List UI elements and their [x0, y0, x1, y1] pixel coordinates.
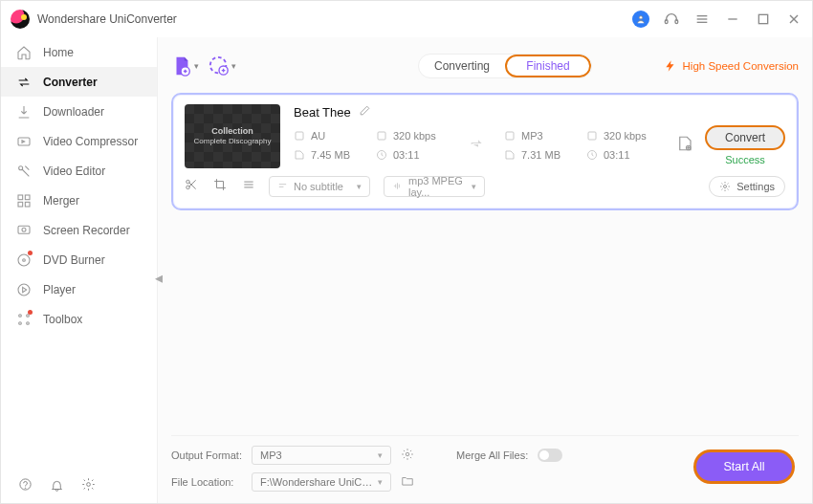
window-minimize[interactable]	[724, 11, 741, 28]
svg-rect-35	[588, 132, 596, 140]
chevron-down-icon: ▾	[231, 61, 236, 71]
svg-rect-15	[25, 202, 30, 207]
edit-title-icon[interactable]	[359, 104, 371, 120]
status-tabs: Converting Finished	[418, 54, 592, 78]
svg-point-24	[27, 321, 30, 324]
svg-rect-1	[665, 20, 668, 24]
target-stats: MP3 320 kbps 7.31 MB 03:11	[504, 126, 663, 164]
crop-icon[interactable]	[213, 178, 227, 195]
titlebar-actions	[632, 11, 802, 28]
sidebar-item-label: Home	[43, 46, 74, 59]
svg-point-43	[724, 186, 727, 188]
bolt-icon	[664, 59, 677, 73]
svg-point-19	[23, 258, 26, 261]
add-file-button[interactable]: ▾	[171, 55, 199, 77]
sidebar-item-label: Toolbox	[43, 313, 82, 326]
sidebar-item-label: DVD Burner	[43, 253, 105, 267]
output-format-label: Output Format:	[171, 449, 242, 461]
sidebar-item-label: Video Compressor	[43, 135, 138, 148]
sidebar-item-home[interactable]: Home	[1, 37, 157, 67]
help-icon[interactable]	[18, 477, 33, 495]
chevron-down-icon: ▾	[472, 182, 476, 191]
item-thumbnail: Collection Complete Discography	[185, 104, 280, 168]
convert-button[interactable]: Convert	[705, 125, 785, 150]
window-close[interactable]	[785, 11, 802, 28]
tab-finished[interactable]: Finished	[505, 55, 591, 77]
app-title: Wondershare UniConverter	[37, 12, 177, 26]
svg-point-20	[18, 284, 30, 296]
svg-point-0	[639, 16, 642, 19]
svg-point-23	[19, 321, 22, 324]
settings-chip[interactable]: Settings	[709, 176, 785, 197]
sidebar-item-editor[interactable]: Video Editor	[1, 156, 157, 186]
sidebar-item-label: Merger	[43, 194, 79, 208]
window-maximize[interactable]	[755, 11, 772, 28]
sidebar-item-merger[interactable]: Merger	[1, 186, 157, 215]
svg-rect-7	[758, 14, 767, 23]
toolbar: ▾ ▾ Converting Finished High Speed Conve…	[171, 45, 799, 87]
codec-select[interactable]: mp3 MPEG lay... ▾	[384, 176, 485, 197]
menu-icon[interactable]	[693, 11, 711, 28]
subtitle-select[interactable]: No subtitle ▾	[269, 176, 370, 197]
sidebar-item-player[interactable]: Player	[1, 274, 157, 304]
app-logo-icon	[11, 10, 30, 29]
item-title: Beat Thee	[294, 105, 351, 120]
open-folder-icon[interactable]	[401, 474, 414, 490]
chevron-down-icon: ▾	[357, 182, 362, 191]
conversion-item-card: Collection Complete Discography Beat The…	[171, 93, 799, 210]
subtitle-icon	[277, 181, 288, 193]
chevron-down-icon: ▾	[378, 477, 383, 487]
sidebar-item-label: Converter	[43, 76, 98, 89]
sidebar-item-label: Downloader	[43, 105, 104, 119]
settings-icon[interactable]	[81, 477, 96, 495]
sidebar-item-converter[interactable]: Converter	[1, 67, 157, 97]
chevron-down-icon: ▾	[378, 450, 383, 460]
svg-point-18	[18, 254, 30, 266]
add-url-button[interactable]: ▾	[209, 55, 236, 77]
sidebar-item-toolbox[interactable]: Toolbox	[1, 304, 157, 334]
trim-icon[interactable]	[185, 178, 198, 195]
svg-point-22	[27, 314, 30, 317]
sidebar-item-recorder[interactable]: Screen Recorder	[1, 215, 157, 245]
support-icon[interactable]	[663, 11, 680, 28]
tab-converting[interactable]: Converting	[419, 55, 505, 77]
source-stats: AU 320 kbps 7.45 MB 03:11	[294, 126, 452, 164]
svg-point-26	[25, 488, 26, 489]
sidebar-item-dvd[interactable]: DVD Burner	[1, 245, 157, 274]
arrow-right-icon	[462, 133, 494, 159]
svg-point-27	[87, 483, 91, 487]
sidebar-item-label: Screen Recorder	[43, 224, 130, 237]
output-format-select[interactable]: MP3 ▾	[252, 446, 391, 465]
notifications-icon[interactable]	[50, 477, 64, 495]
svg-rect-13	[25, 195, 30, 200]
svg-point-17	[22, 228, 26, 231]
gear-icon	[719, 181, 731, 192]
account-avatar[interactable]	[632, 11, 649, 28]
format-settings-icon[interactable]	[401, 448, 414, 463]
sidebar: Home Converter Downloader Video Compress…	[1, 37, 157, 504]
svg-rect-12	[18, 195, 23, 200]
file-location-label: File Location:	[171, 476, 242, 488]
chevron-down-icon: ▾	[194, 61, 199, 71]
more-icon[interactable]	[242, 178, 255, 195]
file-location-select[interactable]: F:\Wondershare UniConverter ▾	[252, 472, 391, 492]
svg-rect-16	[18, 226, 30, 233]
sidebar-collapse[interactable]: ◂	[153, 268, 165, 287]
svg-point-21	[19, 314, 22, 317]
svg-rect-31	[296, 132, 303, 140]
audio-icon	[392, 181, 403, 193]
sidebar-item-compressor[interactable]: Video Compressor	[1, 126, 157, 156]
sidebar-item-label: Player	[43, 283, 76, 296]
sidebar-item-label: Video Editor	[43, 164, 105, 178]
status-success: Success	[725, 154, 765, 165]
high-speed-conversion[interactable]: High Speed Conversion	[664, 59, 799, 73]
svg-rect-2	[675, 20, 678, 24]
main-panel: ▾ ▾ Converting Finished High Speed Conve…	[157, 37, 812, 504]
brand: Wondershare UniConverter	[11, 10, 177, 29]
output-settings-icon[interactable]	[676, 135, 693, 156]
svg-rect-14	[18, 202, 23, 207]
sidebar-item-downloader[interactable]: Downloader	[1, 97, 157, 126]
start-all-button[interactable]: Start All	[696, 452, 792, 481]
merge-toggle[interactable]	[538, 449, 562, 462]
titlebar: Wondershare UniConverter	[1, 1, 812, 37]
